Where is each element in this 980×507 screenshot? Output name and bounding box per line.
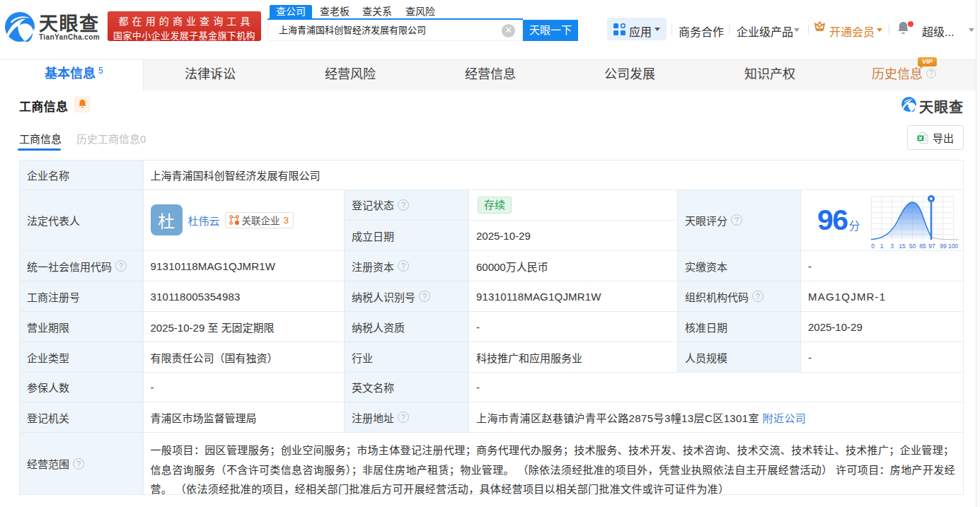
svg-text:99: 99 bbox=[940, 243, 947, 250]
svg-text:3: 3 bbox=[890, 243, 894, 250]
svg-text:1: 1 bbox=[880, 243, 883, 250]
svg-text:0: 0 bbox=[871, 243, 875, 250]
svg-text:100: 100 bbox=[948, 243, 958, 250]
svg-text:97: 97 bbox=[928, 243, 935, 250]
svg-text:50: 50 bbox=[909, 243, 916, 250]
svg-text:85: 85 bbox=[919, 243, 926, 250]
svg-text:15: 15 bbox=[899, 243, 906, 250]
